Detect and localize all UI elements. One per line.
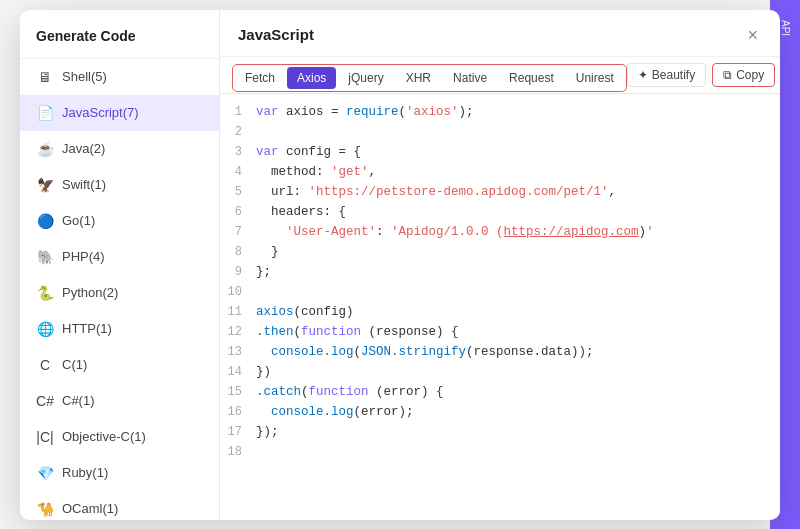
copy-icon: ⧉	[723, 68, 732, 82]
line-content: var config = {	[256, 142, 780, 162]
tab-jquery[interactable]: jQuery	[338, 67, 393, 89]
sidebar-item-ruby[interactable]: 💎Ruby(1)	[20, 455, 219, 491]
sidebar-item-label: Python(2)	[62, 285, 118, 300]
sidebar-item-python[interactable]: 🐍Python(2)	[20, 275, 219, 311]
sidebar-item-label: Objective-C(1)	[62, 429, 146, 444]
sidebar-item-label: Ruby(1)	[62, 465, 108, 480]
code-line: 11axios(config)	[220, 302, 780, 322]
line-number: 1	[220, 102, 256, 122]
line-content: .catch(function (error) {	[256, 382, 780, 402]
sidebar-item-label: C#(1)	[62, 393, 95, 408]
line-content: }	[256, 242, 780, 262]
code-container: 1var axios = require('axios');2 3var con…	[220, 94, 780, 520]
code-line: 16 console.log(error);	[220, 402, 780, 422]
line-content: console.log(JSON.stringify(response.data…	[256, 342, 780, 362]
line-number: 8	[220, 242, 256, 262]
sidebar-item-swift[interactable]: 🦅Swift(1)	[20, 167, 219, 203]
sidebar-item-label: JavaScript(7)	[62, 105, 139, 120]
toolbar-buttons: ✦ Beautify ⧉ Copy	[627, 63, 775, 87]
objectivec-icon: |C|	[36, 428, 54, 446]
line-content: headers: {	[256, 202, 780, 222]
sidebar-item-label: Go(1)	[62, 213, 95, 228]
tab-axios[interactable]: Axios	[287, 67, 336, 89]
sidebar-item-go[interactable]: 🔵Go(1)	[20, 203, 219, 239]
swift-icon: 🦅	[36, 176, 54, 194]
copy-button[interactable]: ⧉ Copy	[712, 63, 775, 87]
line-number: 9	[220, 262, 256, 282]
main-header: JavaScript ×	[220, 10, 780, 57]
line-content: url: 'https://petstore-demo.apidog.com/p…	[256, 182, 780, 202]
magic-icon: ✦	[638, 68, 648, 82]
http-icon: 🌐	[36, 320, 54, 338]
line-content	[256, 282, 780, 302]
line-number: 14	[220, 362, 256, 382]
java-icon: ☕	[36, 140, 54, 158]
beautify-button[interactable]: ✦ Beautify	[627, 63, 706, 87]
code-line: 3var config = {	[220, 142, 780, 162]
line-content: .then(function (response) {	[256, 322, 780, 342]
ruby-icon: 💎	[36, 464, 54, 482]
code-line: 6 headers: {	[220, 202, 780, 222]
code-line: 12.then(function (response) {	[220, 322, 780, 342]
code-line: 10	[220, 282, 780, 302]
code-line: 13 console.log(JSON.stringify(response.d…	[220, 342, 780, 362]
sidebar-item-label: C(1)	[62, 357, 87, 372]
line-content: });	[256, 422, 780, 442]
line-content	[256, 442, 780, 462]
line-content: 'User-Agent': 'Apidog/1.0.0 (https://api…	[256, 222, 780, 242]
tab-fetch[interactable]: Fetch	[235, 67, 285, 89]
line-number: 12	[220, 322, 256, 342]
sidebar-item-csharp[interactable]: C#C#(1)	[20, 383, 219, 419]
sidebar-item-label: PHP(4)	[62, 249, 105, 264]
line-number: 5	[220, 182, 256, 202]
code-line: 8 }	[220, 242, 780, 262]
sidebar: Generate Code 🖥Shell(5)📄JavaScript(7)☕Ja…	[20, 10, 220, 520]
tab-unirest[interactable]: Unirest	[566, 67, 624, 89]
code-line: 4 method: 'get',	[220, 162, 780, 182]
sidebar-item-ocaml[interactable]: 🐪OCaml(1)	[20, 491, 219, 520]
sidebar-item-php[interactable]: 🐘PHP(4)	[20, 239, 219, 275]
sidebar-title: Generate Code	[20, 10, 219, 59]
sidebar-items: 🖥Shell(5)📄JavaScript(7)☕Java(2)🦅Swift(1)…	[20, 59, 219, 520]
line-number: 7	[220, 222, 256, 242]
sidebar-item-label: Shell(5)	[62, 69, 107, 84]
line-number: 6	[220, 202, 256, 222]
line-number: 13	[220, 342, 256, 362]
close-button[interactable]: ×	[743, 24, 762, 46]
code-line: 18	[220, 442, 780, 462]
ocaml-icon: 🐪	[36, 500, 54, 518]
line-number: 17	[220, 422, 256, 442]
tab-xhr[interactable]: XHR	[396, 67, 441, 89]
sidebar-item-shell[interactable]: 🖥Shell(5)	[20, 59, 219, 95]
line-content: var axios = require('axios');	[256, 102, 780, 122]
tab-request[interactable]: Request	[499, 67, 564, 89]
line-number: 10	[220, 282, 256, 302]
line-number: 11	[220, 302, 256, 322]
line-content: axios(config)	[256, 302, 780, 322]
main-content: JavaScript × FetchAxiosjQueryXHRNativeRe…	[220, 10, 780, 520]
php-icon: 🐘	[36, 248, 54, 266]
code-line: 9};	[220, 262, 780, 282]
modal-title: JavaScript	[238, 26, 314, 43]
sidebar-item-java[interactable]: ☕Java(2)	[20, 131, 219, 167]
line-number: 16	[220, 402, 256, 422]
code-line: 15.catch(function (error) {	[220, 382, 780, 402]
sidebar-item-label: OCaml(1)	[62, 501, 118, 516]
sidebar-item-objectivec[interactable]: |C|Objective-C(1)	[20, 419, 219, 455]
copy-label: Copy	[736, 68, 764, 82]
sidebar-item-http[interactable]: 🌐HTTP(1)	[20, 311, 219, 347]
line-number: 15	[220, 382, 256, 402]
python-icon: 🐍	[36, 284, 54, 302]
code-line: 17});	[220, 422, 780, 442]
line-number: 3	[220, 142, 256, 162]
code-line: 14})	[220, 362, 780, 382]
c-icon: C	[36, 356, 54, 374]
code-line: 1var axios = require('axios');	[220, 102, 780, 122]
tab-native[interactable]: Native	[443, 67, 497, 89]
sidebar-item-javascript[interactable]: 📄JavaScript(7)	[20, 95, 219, 131]
right-panel-hint-text: API	[780, 20, 791, 36]
line-content	[256, 122, 780, 142]
sidebar-item-label: Swift(1)	[62, 177, 106, 192]
sidebar-item-label: HTTP(1)	[62, 321, 112, 336]
sidebar-item-c[interactable]: CC(1)	[20, 347, 219, 383]
